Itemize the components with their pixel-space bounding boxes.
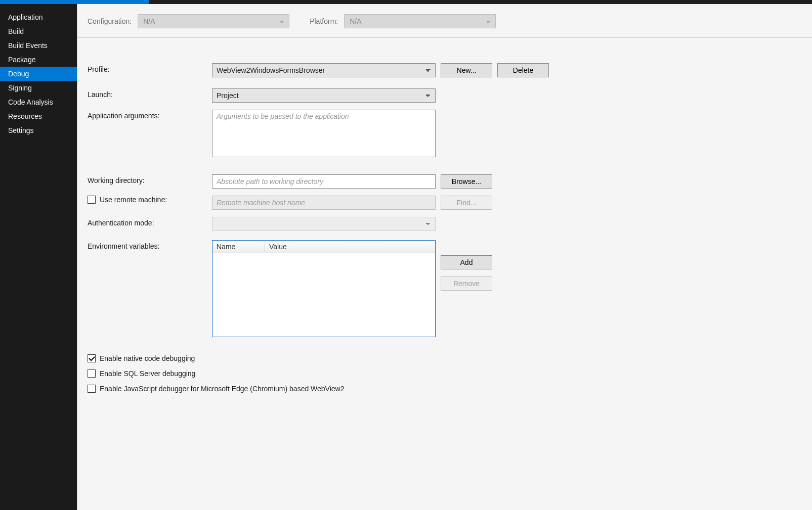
debug-form: Profile: WebView2WindowsFormsBrowser New… <box>77 38 812 415</box>
app-args-row: Application arguments: <box>88 110 802 157</box>
sql-debug-row: Enable SQL Server debugging <box>88 369 802 378</box>
delete-profile-button[interactable]: Delete <box>497 63 549 77</box>
platform-label: Platform: <box>310 17 338 25</box>
main-container: Application Build Build Events Package D… <box>0 4 812 510</box>
js-debug-row: Enable JavaScript debugger for Microsoft… <box>88 385 802 393</box>
sql-debug-checkbox[interactable] <box>88 369 96 378</box>
launch-select[interactable]: Project <box>212 88 436 103</box>
sidebar-item-build-events[interactable]: Build Events <box>0 38 77 53</box>
remote-host-input <box>212 196 436 210</box>
active-tab-indicator <box>0 0 149 4</box>
env-row: Environment variables: Name Value Add Re… <box>88 240 802 337</box>
env-table-body[interactable] <box>212 253 435 337</box>
js-debug-label: Enable JavaScript debugger for Microsoft… <box>100 385 345 393</box>
env-variables-table[interactable]: Name Value <box>212 240 436 337</box>
configuration-platform-row: Configuration: N/A Platform: N/A <box>77 4 812 38</box>
profile-row: Profile: WebView2WindowsFormsBrowser New… <box>88 63 802 77</box>
sidebar-item-settings[interactable]: Settings <box>0 123 77 137</box>
app-args-label: Application arguments: <box>88 110 212 120</box>
window-top-strip <box>0 0 812 4</box>
new-profile-button[interactable]: New... <box>441 63 492 77</box>
profile-select[interactable]: WebView2WindowsFormsBrowser <box>212 63 436 77</box>
browse-workdir-button[interactable]: Browse... <box>441 174 492 189</box>
env-col-value[interactable]: Value <box>265 241 435 253</box>
workdir-label: Working directory: <box>88 174 212 184</box>
use-remote-checkbox[interactable] <box>88 196 96 204</box>
sql-debug-label: Enable SQL Server debugging <box>100 369 195 378</box>
sidebar-item-build[interactable]: Build <box>0 24 77 38</box>
sidebar-item-application[interactable]: Application <box>0 10 77 24</box>
remote-row: Use remote machine: Find... <box>88 196 802 210</box>
app-args-input[interactable] <box>212 110 436 157</box>
env-table-header: Name Value <box>212 241 435 253</box>
js-debug-checkbox[interactable] <box>88 385 96 393</box>
profile-label: Profile: <box>88 63 212 73</box>
sidebar-item-package[interactable]: Package <box>0 53 77 67</box>
sidebar-item-resources[interactable]: Resources <box>0 109 77 123</box>
auth-mode-select <box>212 217 436 231</box>
workdir-row: Working directory: Browse... <box>88 174 802 189</box>
properties-sidebar: Application Build Build Events Package D… <box>0 4 77 510</box>
find-remote-button: Find... <box>441 196 492 210</box>
launch-label: Launch: <box>88 88 212 99</box>
native-debug-checkbox[interactable] <box>88 354 96 362</box>
sidebar-item-debug[interactable]: Debug <box>0 67 77 81</box>
env-label: Environment variables: <box>88 240 212 250</box>
sidebar-item-code-analysis[interactable]: Code Analysis <box>0 95 77 109</box>
platform-select[interactable]: N/A <box>344 14 496 28</box>
use-remote-label: Use remote machine: <box>100 196 167 204</box>
env-col-name[interactable]: Name <box>212 241 265 253</box>
auth-row: Authentication mode: <box>88 217 802 231</box>
add-env-button[interactable]: Add <box>441 255 492 269</box>
native-debug-label: Enable native code debugging <box>100 354 195 362</box>
workdir-input[interactable] <box>212 174 436 189</box>
configuration-select[interactable]: N/A <box>138 14 289 28</box>
remove-env-button: Remove <box>441 276 492 291</box>
sidebar-item-signing[interactable]: Signing <box>0 81 77 95</box>
debug-page-content: Configuration: N/A Platform: N/A Profile… <box>77 4 812 510</box>
configuration-label: Configuration: <box>88 17 132 25</box>
launch-row: Launch: Project <box>88 88 802 103</box>
native-debug-row: Enable native code debugging <box>88 354 802 362</box>
auth-label: Authentication mode: <box>88 217 212 227</box>
